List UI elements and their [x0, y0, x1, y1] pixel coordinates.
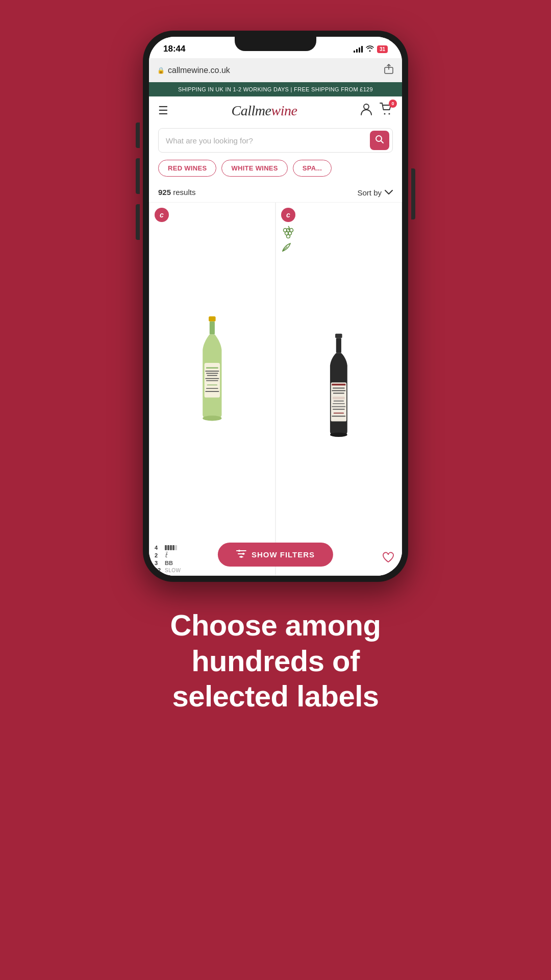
- user-icon[interactable]: [360, 103, 372, 119]
- rating-item-4: 92 SLOW: [155, 567, 270, 573]
- volume-up-button[interactable]: [136, 122, 140, 148]
- search-section: What are you looking for?: [149, 125, 402, 160]
- svg-rect-11: [207, 375, 217, 376]
- header-icons: 0: [360, 103, 393, 119]
- svg-rect-8: [206, 368, 218, 369]
- svg-rect-27: [332, 384, 345, 385]
- svg-rect-16: [205, 391, 219, 392]
- cart-badge: 0: [389, 100, 397, 108]
- silent-button[interactable]: [136, 204, 140, 240]
- svg-rect-9: [205, 371, 219, 372]
- product-badge-2: c: [281, 208, 295, 222]
- product-grid: c: [149, 202, 402, 576]
- wifi-icon: [366, 45, 374, 53]
- search-placeholder: What are you looking for?: [166, 136, 374, 145]
- url-text: callmewine.co.uk: [168, 66, 230, 75]
- hamburger-icon[interactable]: ☰: [158, 105, 168, 116]
- svg-rect-37: [332, 415, 345, 416]
- status-time: 18:44: [163, 44, 185, 54]
- svg-rect-32: [334, 401, 344, 402]
- svg-rect-31: [333, 397, 345, 399]
- product-card-1[interactable]: c: [149, 202, 276, 576]
- rating-bars-icon: [165, 545, 177, 550]
- svg-rect-36: [334, 413, 344, 414]
- site-logo[interactable]: Callmewine: [232, 103, 297, 119]
- svg-point-2: [384, 113, 386, 115]
- bottom-text: Choose among hundreds of selected labels: [130, 582, 422, 980]
- phone-frame: 18:44 31: [143, 31, 408, 582]
- svg-point-41: [240, 556, 242, 558]
- svg-rect-5: [209, 316, 216, 322]
- svg-rect-6: [210, 322, 215, 334]
- results-count: 925 results: [158, 188, 195, 197]
- svg-point-1: [364, 104, 369, 109]
- search-input-wrap[interactable]: What are you looking for?: [158, 128, 393, 153]
- show-filters-label: SHOW FILTERS: [252, 550, 315, 559]
- chevron-down-icon: [385, 188, 393, 197]
- svg-point-3: [389, 113, 390, 115]
- sort-by-dropdown[interactable]: Sort by: [357, 188, 393, 197]
- chip-white-wines[interactable]: WHITE WINES: [221, 160, 287, 177]
- battery-icon: 31: [377, 45, 388, 53]
- signal-bars-icon: [354, 45, 363, 53]
- status-bar: 18:44 31: [149, 37, 402, 58]
- svg-rect-29: [332, 390, 345, 391]
- share-icon[interactable]: [384, 63, 394, 77]
- promo-banner: SHIPPING IN UK IN 1-2 WORKING DAYS | FRE…: [149, 82, 402, 96]
- url-bar[interactable]: 🔒 callmewine.co.uk: [157, 66, 384, 75]
- organic-grape-icon: [281, 225, 295, 240]
- svg-rect-24: [335, 334, 342, 338]
- show-filters-button[interactable]: SHOW FILTERS: [218, 543, 333, 567]
- sort-by-label: Sort by: [357, 188, 382, 197]
- svg-point-23: [287, 235, 290, 238]
- chip-sparkling[interactable]: SPA...: [293, 160, 332, 177]
- filters-icon: [236, 550, 246, 559]
- bottom-headline: Choose among hundreds of selected labels: [170, 607, 381, 714]
- svg-rect-12: [205, 378, 219, 379]
- notch: [235, 37, 316, 51]
- product-card-2[interactable]: c: [276, 202, 402, 576]
- svg-point-38: [330, 432, 347, 436]
- svg-point-39: [238, 550, 240, 552]
- svg-rect-30: [333, 393, 344, 394]
- svg-rect-33: [333, 403, 345, 404]
- svg-rect-13: [206, 380, 218, 381]
- wishlist-heart-icon[interactable]: [382, 552, 394, 566]
- phone-screen: 18:44 31: [149, 37, 402, 576]
- svg-rect-34: [332, 406, 345, 407]
- site-header: ☰ Callmewine 0: [149, 96, 402, 125]
- search-button[interactable]: [370, 131, 389, 150]
- organic-leaf-icon: [281, 241, 295, 255]
- svg-rect-35: [333, 409, 345, 410]
- svg-rect-25: [336, 338, 341, 353]
- svg-rect-15: [206, 388, 218, 389]
- cart-icon[interactable]: 0: [380, 103, 393, 119]
- wine-bottle-1: [149, 203, 275, 541]
- svg-rect-10: [206, 373, 218, 374]
- svg-rect-28: [333, 387, 345, 388]
- search-icon: [375, 135, 384, 146]
- svg-point-17: [203, 415, 221, 421]
- svg-point-40: [242, 553, 244, 555]
- results-bar: 925 results Sort by: [149, 184, 402, 202]
- product-badge-1: c: [155, 208, 169, 222]
- lock-icon: 🔒: [157, 67, 165, 74]
- volume-down-button[interactable]: [136, 158, 140, 194]
- svg-rect-14: [207, 384, 217, 385]
- status-icons: 31: [354, 45, 388, 53]
- power-button[interactable]: [411, 168, 415, 219]
- chip-red-wines[interactable]: RED WINES: [158, 160, 216, 177]
- wine-bottle-2: [276, 203, 402, 575]
- browser-bar: 🔒 callmewine.co.uk: [149, 58, 402, 82]
- category-chips: RED WINES WHITE WINES SPA...: [149, 160, 402, 184]
